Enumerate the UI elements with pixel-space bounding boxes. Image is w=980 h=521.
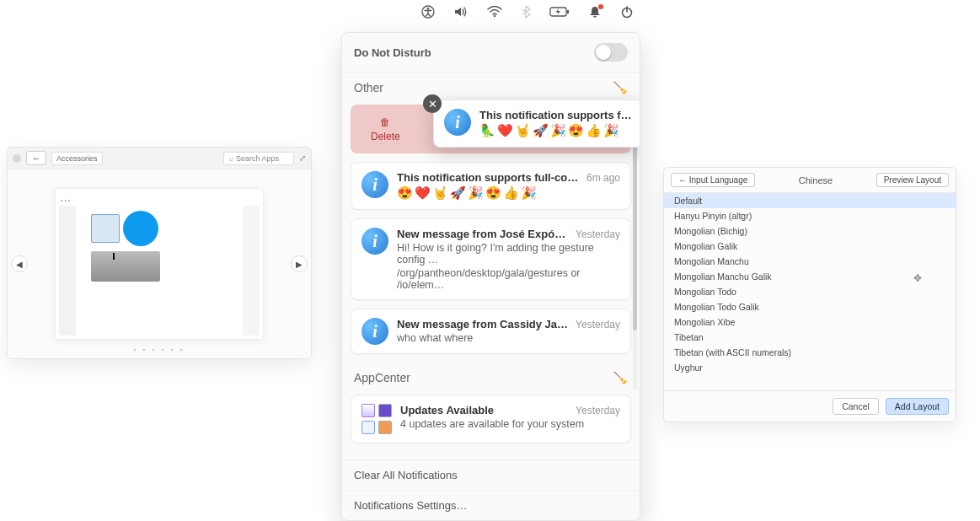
info-icon: i	[444, 109, 471, 136]
left-toolbar: ← Accessories ⌕Search Apps ⤢	[8, 148, 311, 169]
layout-item[interactable]: Hanyu Pinyin (altgr)	[664, 208, 956, 223]
info-icon: i	[361, 228, 388, 255]
notification-title: New message from José Expósito	[397, 228, 569, 240]
notification-title: Updates Available	[400, 404, 569, 416]
circle-shape	[123, 211, 158, 246]
trash-icon: 🗑	[380, 116, 390, 128]
dnd-toggle[interactable]	[594, 43, 628, 62]
svg-point-2	[494, 15, 495, 17]
add-layout-button[interactable]: Add Layout	[886, 398, 949, 415]
notification-panel: Do Not Disturb Other 🧹 🗑 Delete ✕ i This…	[341, 32, 640, 521]
section-appcenter: AppCenter 🧹	[342, 363, 640, 389]
carousel-body: ◀ ▶ • • • • • • • • •	[8, 169, 311, 358]
layout-item-default[interactable]: Default	[664, 193, 956, 208]
appcenter-icon	[361, 404, 392, 434]
notification-text: /org/pantheon/desktop/gala/gestures or /…	[397, 267, 620, 291]
dnd-label: Do Not Disturb	[354, 46, 431, 59]
breadcrumb[interactable]: Accessories	[51, 152, 103, 165]
keyboard-layout-window: ← Input Language Chinese Preview Layout …	[663, 167, 956, 422]
notification-time: Yesterday	[576, 405, 620, 416]
info-icon: i	[361, 318, 388, 345]
notification-text: Hi! How is it going? I'm adding the gest…	[397, 242, 620, 266]
layout-item[interactable]: Mongolian Manchu	[664, 254, 956, 269]
page-indicator: • • • • • •	[8, 346, 311, 353]
notification-card[interactable]: i New message from José Expósito Yesterd…	[351, 218, 631, 300]
design-app-toolbar: • • •	[61, 194, 258, 206]
notification-text: who what where	[397, 332, 620, 344]
notification-settings-button[interactable]: Notifications Settings…	[342, 490, 640, 520]
floating-notification[interactable]: i This notification supports full-c… 🦜❤️…	[433, 99, 640, 148]
layout-list: Default Hanyu Pinyin (altgr) Mongolian (…	[664, 193, 956, 375]
switchboard-window: ← Accessories ⌕Search Apps ⤢ ◀ ▶ • • • •…	[7, 147, 312, 359]
wifi-icon[interactable]	[487, 6, 502, 21]
battery-icon[interactable]	[549, 6, 570, 21]
design-canvas	[81, 211, 238, 317]
search-input[interactable]: ⌕Search Apps	[223, 152, 294, 165]
svg-point-1	[427, 8, 430, 10]
panel-footer: Clear All Notifications Notifications Se…	[342, 459, 640, 520]
notification-card[interactable]: i This notification supports full-color …	[351, 162, 631, 210]
design-right-panel	[243, 206, 260, 336]
section-title: Other	[354, 81, 383, 94]
notification-time: Yesterday	[576, 319, 620, 330]
clear-section-icon[interactable]: 🧹	[613, 81, 628, 94]
preview-layout-button[interactable]: Preview Layout	[876, 173, 949, 187]
bluetooth-icon[interactable]	[521, 5, 531, 22]
svg-rect-4	[567, 10, 569, 13]
section-other: Other 🧹	[342, 73, 640, 99]
gray-shape	[91, 251, 160, 282]
accessibility-icon[interactable]	[421, 5, 435, 22]
layout-item[interactable]: Mongolian Manchu Galik	[664, 269, 956, 284]
layout-item[interactable]: Uyghur	[664, 360, 956, 375]
notification-title: This notification supports full-color e…	[397, 171, 580, 184]
layout-item[interactable]: Tibetan (with ASCII numerals)	[664, 345, 956, 360]
layout-item[interactable]: Mongolian (Bichig)	[664, 223, 956, 239]
section-title: AppCenter	[354, 371, 410, 384]
close-floating-icon[interactable]: ✕	[423, 94, 442, 113]
square-shape	[91, 214, 120, 243]
notification-scroll[interactable]: Other 🧹 🗑 Delete ✕ i This notification s…	[342, 72, 640, 459]
layout-item[interactable]: Mongolian Todo	[664, 284, 956, 299]
layout-title: Chinese	[760, 175, 870, 185]
menubar	[421, 5, 634, 22]
back-input-language-button[interactable]: ← Input Language	[671, 173, 755, 187]
design-left-panel	[59, 206, 76, 336]
info-icon: i	[361, 171, 388, 198]
layout-item[interactable]: Tibetan	[664, 330, 956, 345]
back-button[interactable]: ←	[26, 151, 46, 165]
clear-section-icon[interactable]: 🧹	[613, 371, 628, 384]
notification-emoji: 😍❤️🤘🚀🎉😍👍🎉	[397, 185, 620, 201]
power-icon[interactable]	[620, 5, 634, 22]
move-cursor-icon[interactable]: ✥	[913, 272, 922, 284]
clear-all-button[interactable]: Clear All Notifications	[342, 460, 640, 490]
notification-time: 6m ago	[586, 172, 620, 184]
expand-icon[interactable]: ⤢	[299, 153, 306, 163]
volume-icon[interactable]	[453, 5, 469, 22]
carousel-next[interactable]: ▶	[291, 255, 308, 272]
window-close-dot[interactable]	[13, 154, 21, 163]
notification-card[interactable]: i New message from Cassidy Jame… Yesterd…	[351, 309, 631, 354]
notifications-icon[interactable]	[588, 5, 602, 22]
notification-title: This notification supports full-c…	[479, 109, 632, 121]
notification-card[interactable]: Updates Available Yesterday 4 updates ar…	[351, 395, 631, 443]
delete-button[interactable]: 🗑 Delete	[371, 116, 400, 142]
notification-text: 4 updates are available for your system	[400, 418, 620, 430]
design-app-screenshot: • • •	[55, 188, 264, 340]
layout-footer: Cancel Add Layout	[664, 390, 956, 422]
notification-time: Yesterday	[576, 228, 620, 240]
notification-emoji: 🦜❤️🤘🚀🎉😍👍🎉	[479, 123, 632, 138]
layout-item[interactable]: Mongolian Xibe	[664, 314, 956, 330]
notification-swipe-delete: 🗑 Delete ✕ i This notification supports …	[351, 105, 631, 153]
notification-title: New message from Cassidy Jame…	[397, 318, 569, 330]
layout-item[interactable]: Mongolian Galik	[664, 239, 956, 254]
layout-header: ← Input Language Chinese Preview Layout	[664, 168, 956, 193]
section-terminal: Terminal 🧹	[342, 452, 640, 459]
carousel-prev[interactable]: ◀	[11, 255, 28, 272]
layout-item[interactable]: Mongolian Todo Galik	[664, 299, 956, 314]
cancel-button[interactable]: Cancel	[833, 398, 879, 415]
dnd-row: Do Not Disturb	[342, 33, 640, 72]
